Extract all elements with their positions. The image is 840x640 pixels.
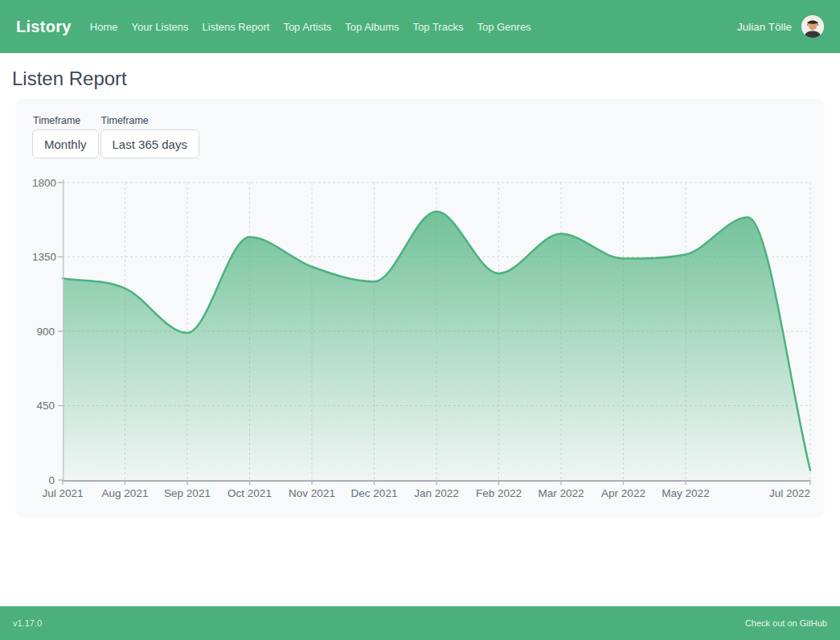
interval-label: Timeframe xyxy=(101,115,199,126)
x-tick-label: Apr 2022 xyxy=(601,486,645,500)
interval-select[interactable]: Last 365 days xyxy=(100,129,199,158)
x-tick-label: Jul 2021 xyxy=(42,486,83,500)
timeframe-controls: Timeframe Monthly Timeframe Last 365 day… xyxy=(32,115,810,158)
chart-svg[interactable] xyxy=(55,179,818,486)
version-label: v1.17.0 xyxy=(13,618,42,628)
y-tick-label: 0 xyxy=(32,474,55,487)
user-name[interactable]: Julian Tölle xyxy=(737,21,792,33)
nav-link-top-genres[interactable]: Top Genres xyxy=(477,21,531,33)
nav-link-top-albums[interactable]: Top Albums xyxy=(345,21,399,33)
x-tick-label: Mar 2022 xyxy=(538,486,584,500)
nav-link-your-listens[interactable]: Your Listens xyxy=(131,21,188,33)
nav-link-home[interactable]: Home xyxy=(90,21,118,33)
footer: v1.17.0 Check out on GitHub xyxy=(0,606,840,640)
x-tick-label: Dec 2021 xyxy=(351,486,398,500)
timeframe-label: Timeframe xyxy=(33,115,99,126)
y-tick-label: 1350 xyxy=(32,250,55,264)
report-card: Timeframe Monthly Timeframe Last 365 day… xyxy=(16,99,824,516)
nav-links: Home Your Listens Listens Report Top Art… xyxy=(90,21,531,33)
x-tick-label: Jan 2022 xyxy=(414,486,459,500)
y-tick-label: 450 xyxy=(32,399,55,412)
x-tick-label: May 2022 xyxy=(662,486,709,500)
nav-link-top-tracks[interactable]: Top Tracks xyxy=(413,21,464,33)
user-avatar-image xyxy=(801,15,824,38)
nav-link-listens-report[interactable]: Listens Report xyxy=(203,21,270,33)
user-avatar[interactable] xyxy=(801,15,824,38)
y-tick-label: 900 xyxy=(32,325,55,338)
github-link[interactable]: Check out on GitHub xyxy=(745,618,827,628)
x-tick-label: Oct 2021 xyxy=(227,486,272,500)
x-tick-label: Aug 2021 xyxy=(102,486,149,500)
brand-logo[interactable]: Listory xyxy=(16,18,72,36)
top-nav: Listory Home Your Listens Listens Report… xyxy=(0,0,840,53)
y-tick-label: 1800 xyxy=(32,176,55,190)
x-tick-label: Sep 2021 xyxy=(164,486,211,500)
app-root: Listory Home Your Listens Listens Report… xyxy=(0,0,840,640)
listens-series-area xyxy=(63,211,810,480)
x-tick-label: Feb 2022 xyxy=(476,486,522,500)
timeframe-control: Timeframe Monthly xyxy=(32,115,99,158)
nav-user-area: Julian Tölle xyxy=(737,15,824,38)
page-title: Listen Report xyxy=(12,68,829,90)
interval-control: Timeframe Last 365 days xyxy=(100,115,199,158)
x-tick-label: Nov 2021 xyxy=(289,486,335,500)
x-tick-label: Jul 2022 xyxy=(769,486,810,500)
timeframe-select[interactable]: Monthly xyxy=(32,129,99,158)
main-content: Listen Report Timeframe Monthly Timefram… xyxy=(0,53,840,606)
listens-area-chart[interactable]: 045090013501800Jul 2021Aug 2021Sep 2021O… xyxy=(32,183,810,507)
nav-link-top-artists[interactable]: Top Artists xyxy=(283,21,331,33)
